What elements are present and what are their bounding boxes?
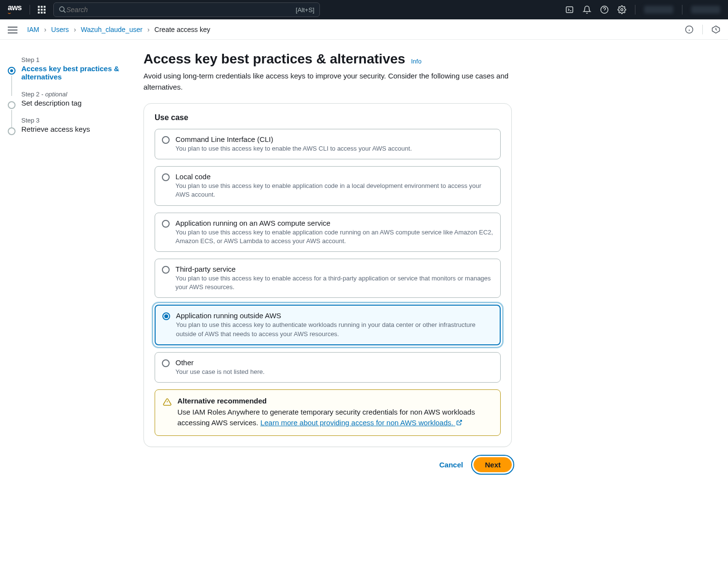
top-nav: aws⌣ [Alt+S] [0,0,728,19]
step-title: Set description tag [21,99,124,107]
radio-icon [162,220,170,228]
option-description: You plan to use this access key to enabl… [175,228,493,246]
info-circle-icon[interactable] [685,25,694,34]
step-dot-icon [8,67,16,75]
breadcrumb-current: Create access key [155,26,210,33]
search-icon [59,6,66,14]
external-link-icon [456,419,462,426]
chevron-right-icon: › [74,26,76,33]
option-title: Third-party service [175,265,493,273]
aws-logo[interactable]: aws⌣ [8,3,22,16]
radio-icon [162,312,170,320]
hamburger-icon[interactable] [8,25,17,34]
chevron-right-icon: › [44,26,47,33]
clock-icon[interactable] [712,25,720,34]
step-2[interactable]: Step 2 - optional Set description tag [8,91,124,107]
use-case-option[interactable]: Other Your use case is not listed here. [155,352,501,383]
region-selector[interactable] [644,6,673,14]
wizard-stepper: Step 1 Access key best practices & alter… [8,51,124,473]
step-number: Step 3 [21,117,124,124]
account-menu[interactable] [691,6,720,14]
radio-icon [162,173,170,181]
page-description: Avoid using long-term credentials like a… [143,71,512,93]
option-title: Application running on an AWS compute se… [175,219,493,227]
step-dot-icon [8,101,16,109]
page-title: Access key best practices & alternatives [143,51,405,66]
alert-title: Alternative recommended [177,397,492,405]
settings-icon[interactable] [617,5,626,14]
breadcrumb-users[interactable]: Users [51,26,69,33]
chevron-right-icon: › [147,26,150,33]
svg-point-4 [621,9,623,11]
option-description: Your use case is not listed here. [175,368,265,376]
help-icon[interactable] [600,5,609,14]
step-3[interactable]: Step 3 Retrieve access keys [8,117,124,133]
divider [30,5,30,15]
search-input[interactable] [66,6,296,14]
svg-line-1 [63,11,65,13]
radio-icon [162,359,170,367]
option-description: You plan to use this access key to enabl… [175,274,493,292]
alert-link[interactable]: Learn more about providing access for no… [260,418,462,427]
services-grid-icon[interactable] [38,6,46,14]
panel-heading: Use case [155,113,501,122]
option-title: Command Line Interface (CLI) [175,135,412,143]
breadcrumbs: IAM › Users › Wazuh_claude_user › Create… [27,26,210,33]
divider [702,25,703,34]
search-box[interactable]: [Alt+S] [53,2,320,17]
step-title: Retrieve access keys [21,125,124,133]
step-number: Step 1 [21,56,124,63]
use-case-option[interactable]: Command Line Interface (CLI) You plan to… [155,129,501,159]
info-link[interactable]: Info [411,58,422,65]
warning-icon [163,398,172,406]
alert-body: Use IAM Roles Anywhere to generate tempo… [177,407,492,429]
search-shortcut: [Alt+S] [296,6,315,14]
use-case-option[interactable]: Application running on an AWS compute se… [155,213,501,252]
breadcrumb-bar: IAM › Users › Wazuh_claude_user › Create… [0,19,728,40]
notifications-icon[interactable] [583,5,591,14]
option-title: Other [175,358,265,367]
option-title: Application running outside AWS [176,311,493,320]
cancel-button[interactable]: Cancel [437,457,465,473]
step-title: Access key best practices & alternatives [21,64,124,81]
radio-icon [162,136,170,144]
option-description: You plan to use this access key to enabl… [175,182,493,199]
use-case-option[interactable]: Application running outside AWS You plan… [155,305,501,345]
option-description: You plan to use this access key to enabl… [175,144,412,153]
step-number: Step 2 - optional [21,91,124,98]
step-dot-icon [8,127,16,135]
breadcrumb-iam[interactable]: IAM [27,26,39,33]
alternative-alert: Alternative recommended Use IAM Roles An… [155,389,501,436]
option-title: Local code [175,172,493,181]
step-1[interactable]: Step 1 Access key best practices & alter… [8,56,124,81]
cloudshell-icon[interactable] [565,5,574,14]
topnav-right [565,5,720,15]
main-content: Access key best practices & alternatives… [143,51,512,473]
options-group: Command Line Interface (CLI) You plan to… [155,129,501,383]
svg-point-0 [60,7,64,11]
radio-icon [162,266,170,274]
next-button[interactable]: Next [474,457,512,472]
option-description: You plan to use this access key to authe… [176,321,493,338]
wizard-actions: Cancel Next [143,457,512,473]
use-case-panel: Use case Command Line Interface (CLI) Yo… [143,103,512,447]
use-case-option[interactable]: Local code You plan to use this access k… [155,166,501,205]
use-case-option[interactable]: Third-party service You plan to use this… [155,259,501,298]
breadcrumb-user[interactable]: Wazuh_claude_user [81,26,142,33]
divider [682,5,682,15]
divider [635,5,635,15]
